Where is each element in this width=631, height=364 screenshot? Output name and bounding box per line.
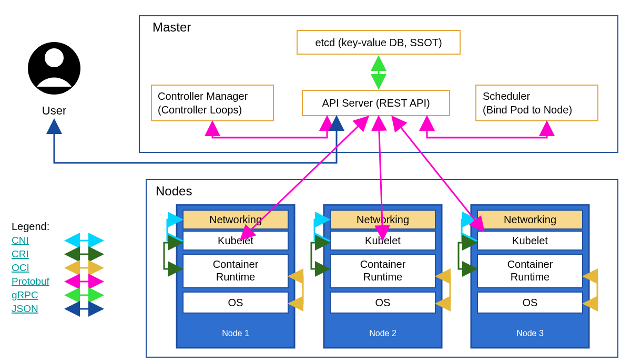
legend-grpc-label[interactable]: gRPC: [12, 289, 38, 300]
node2-caption: Node 2: [369, 329, 396, 338]
node3-caption: Node 3: [516, 329, 544, 338]
node1-cr2: Runtime: [216, 271, 255, 283]
user-label: User: [42, 104, 66, 117]
node1-kubelet: Kubelet: [218, 235, 253, 246]
legend-protobuf-label[interactable]: Protobuf: [12, 276, 50, 287]
node3-os: OS: [523, 297, 538, 308]
legend-cni-label[interactable]: CNI: [12, 235, 29, 246]
node1-networking: Networking: [209, 214, 262, 225]
etcd-label: etcd (key-value DB, SSOT): [315, 37, 442, 48]
node-2: Networking Kubelet Container Runtime OS …: [311, 205, 450, 348]
legend-oci-label[interactable]: OCI: [12, 262, 29, 273]
legend-json-label[interactable]: JSON: [12, 303, 38, 314]
scheduler-line2: (Bind Pod to Node): [483, 104, 572, 116]
user-icon: [28, 42, 80, 95]
legend-title: Legend:: [12, 221, 49, 232]
controller-manager-line1: Controller Manager: [158, 90, 248, 102]
node1-os: OS: [228, 297, 243, 308]
node1-caption: Node 1: [222, 329, 249, 338]
node2-os: OS: [375, 297, 391, 308]
kubernetes-architecture-diagram: User Master etcd (key-value DB, SSOT) Co…: [0, 0, 631, 364]
node2-cr1: Container: [360, 258, 406, 270]
arrow-json-user-api: [54, 117, 337, 163]
node2-cr2: Runtime: [363, 271, 402, 283]
controller-manager-line2: (Controller Loops): [158, 104, 242, 116]
legend: Legend: CNI CRI OCI Protobuf gRPC JSON: [12, 221, 103, 314]
api-server-label: API Server (REST API): [322, 97, 430, 109]
node3-cr1: Container: [507, 258, 553, 270]
node3-networking: Networking: [504, 214, 556, 225]
master-title: Master: [152, 20, 191, 34]
legend-cri-label[interactable]: CRI: [12, 248, 29, 259]
svg-point-1: [45, 48, 64, 67]
node3-kubelet: Kubelet: [512, 235, 548, 246]
scheduler-line1: Scheduler: [483, 90, 530, 102]
node-1: Networking Kubelet Container Runtime OS …: [164, 205, 303, 348]
node1-cr1: Container: [213, 258, 259, 270]
node3-cr2: Runtime: [511, 271, 549, 283]
nodes-title: Nodes: [156, 184, 192, 198]
